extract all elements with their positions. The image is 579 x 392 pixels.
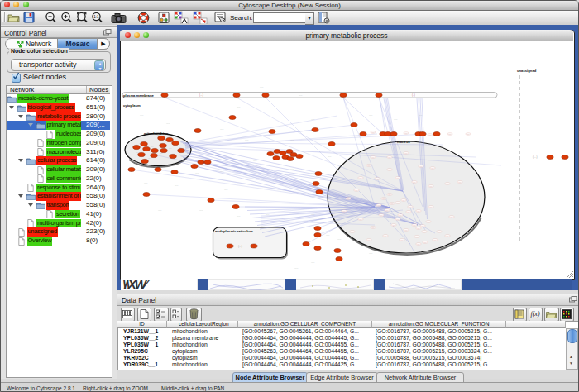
- svg-text:....: ....: [360, 177, 362, 179]
- svg-text:.....: .....: [166, 122, 170, 125]
- svg-text:.....: .....: [237, 214, 241, 218]
- svg-text:....: ....: [368, 239, 371, 241]
- svg-text:(....): (....): [533, 155, 538, 159]
- svg-text:....: ....: [391, 203, 394, 205]
- svg-text:....: ....: [418, 210, 420, 213]
- svg-text:....: ....: [424, 241, 427, 244]
- svg-text:.....: .....: [328, 155, 332, 158]
- svg-text:....: ....: [447, 183, 449, 185]
- svg-text:.....: .....: [337, 237, 342, 241]
- svg-text:....: ....: [432, 167, 434, 170]
- svg-text:....: ....: [372, 227, 375, 229]
- svg-text:....: ....: [368, 165, 371, 167]
- svg-text:.....: .....: [311, 213, 315, 216]
- svg-text:....: ....: [449, 133, 452, 136]
- svg-text:.....: .....: [237, 105, 241, 108]
- svg-text:.....: .....: [419, 113, 423, 117]
- svg-text:....: ....: [420, 165, 423, 168]
- svg-text:....: ....: [151, 145, 154, 148]
- svg-text:....: ....: [157, 133, 160, 136]
- svg-text:.....: .....: [294, 266, 299, 270]
- svg-text:.....: .....: [344, 204, 348, 208]
- svg-text:cytoplasm: cytoplasm: [123, 103, 141, 108]
- svg-text:plasma membrane: plasma membrane: [123, 93, 154, 98]
- svg-text:.....: .....: [199, 208, 203, 212]
- svg-text:....: ....: [409, 206, 412, 208]
- svg-text:.....: .....: [369, 251, 373, 255]
- svg-text:....: ....: [434, 239, 437, 241]
- svg-text:....: ....: [139, 141, 142, 145]
- svg-text:....: ....: [438, 231, 441, 233]
- svg-text:.....: .....: [260, 85, 264, 88]
- svg-text:....: ....: [169, 146, 172, 150]
- svg-text:....: ....: [422, 225, 424, 227]
- svg-text:....: ....: [451, 216, 453, 218]
- svg-text:.....: .....: [326, 233, 330, 237]
- svg-text:....: ....: [430, 206, 433, 208]
- svg-text:.....: .....: [290, 167, 294, 170]
- svg-text:....: ....: [172, 158, 175, 161]
- svg-text:....: ....: [467, 133, 470, 136]
- svg-text:....: ....: [405, 132, 408, 135]
- svg-text:....: ....: [414, 181, 416, 184]
- svg-text:....: ....: [459, 181, 462, 184]
- svg-text:....: ....: [385, 235, 387, 237]
- svg-text:.....: .....: [266, 213, 270, 216]
- svg-text:....: ....: [343, 210, 346, 213]
- svg-text:....: ....: [356, 189, 358, 192]
- svg-text:.....: .....: [253, 159, 257, 162]
- svg-text:(...): (...): [238, 245, 242, 248]
- svg-text:....: ....: [428, 221, 430, 223]
- svg-text:....: ....: [372, 156, 375, 159]
- svg-text:(...): (...): [199, 93, 203, 97]
- svg-text:.....: .....: [224, 188, 228, 191]
- svg-text:.....: .....: [369, 113, 373, 117]
- svg-text:....: ....: [360, 218, 362, 221]
- svg-text:....: ....: [408, 211, 410, 213]
- svg-text:....: ....: [383, 198, 385, 200]
- svg-text:....: ....: [148, 156, 151, 160]
- svg-text:....: ....: [423, 231, 426, 233]
- svg-text:(..): (..): [412, 93, 415, 97]
- svg-text:....: ....: [389, 169, 391, 171]
- svg-text:.....: .....: [201, 101, 205, 104]
- svg-text:.....: .....: [220, 170, 224, 173]
- svg-text:.....: .....: [394, 117, 398, 121]
- svg-text:....: ....: [389, 194, 391, 196]
- svg-text:....: ....: [352, 231, 354, 233]
- svg-text:....: ....: [401, 239, 404, 241]
- svg-text:....: ....: [378, 204, 380, 207]
- svg-text:....: ....: [372, 131, 375, 134]
- svg-text:....: ....: [389, 156, 391, 159]
- svg-text:nucleus: nucleus: [397, 140, 410, 144]
- svg-text:endoplasmic reticulum: endoplasmic reticulum: [215, 229, 253, 233]
- svg-text:....: ....: [160, 151, 163, 155]
- svg-text:.....: .....: [140, 113, 144, 117]
- svg-text:....: ....: [430, 185, 433, 188]
- svg-text:....: ....: [416, 236, 419, 238]
- svg-text:mitochondrion: mitochondrion: [144, 131, 169, 136]
- svg-text:....: ....: [403, 199, 405, 202]
- svg-text:.....: .....: [311, 117, 315, 121]
- svg-text:....: ....: [400, 214, 402, 217]
- svg-text:....: ....: [418, 243, 420, 246]
- svg-text:.....: .....: [245, 192, 249, 195]
- svg-text:....: ....: [347, 198, 350, 200]
- svg-text:.....: .....: [195, 192, 199, 195]
- svg-text:....: ....: [386, 209, 389, 212]
- svg-text:....: ....: [397, 177, 400, 179]
- svg-text:....: ....: [418, 227, 420, 230]
- svg-text:....: ....: [376, 178, 379, 180]
- svg-text:.....: .....: [290, 138, 294, 141]
- svg-text:....: ....: [447, 235, 449, 237]
- svg-text:.....: .....: [299, 93, 303, 97]
- svg-text:.....: .....: [311, 171, 315, 174]
- svg-text:.....: .....: [245, 138, 249, 141]
- svg-text:....: ....: [397, 202, 400, 204]
- svg-text:....: ....: [185, 145, 189, 148]
- svg-text:.....: .....: [144, 181, 148, 184]
- svg-text:.....: .....: [175, 184, 179, 187]
- svg-text:.....: .....: [158, 208, 162, 212]
- svg-text:.....: .....: [195, 171, 199, 174]
- svg-text:.....: .....: [220, 127, 224, 131]
